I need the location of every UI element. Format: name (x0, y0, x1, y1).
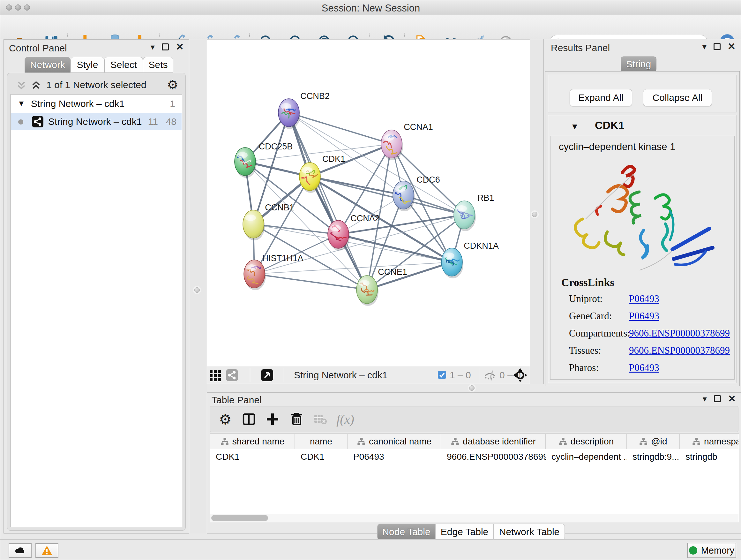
column-header-description[interactable]: description (546, 434, 627, 449)
column-header-database-identifier[interactable]: database identifier (441, 434, 546, 449)
edge-CDK1-RB1[interactable] (310, 177, 464, 215)
node-HIST1H1A[interactable]: HIST1H1A (244, 253, 304, 290)
network-name: String Network – cdk1 (48, 116, 142, 127)
node-RB1[interactable]: RB1 (454, 193, 494, 231)
table-cell[interactable]: 9606.ENSP00000378699 (441, 449, 546, 464)
table-cell[interactable]: P06493 (347, 449, 441, 464)
left-splitter[interactable] (189, 39, 207, 534)
network-view[interactable]: CCNB2CCNA1CDC25BCDK1CDC6RB1CCNB1CCNA2CDK… (207, 39, 530, 384)
crosslinks-title: CrossLinks (561, 276, 614, 289)
crosslink-genecard-link[interactable]: P06493 (629, 310, 659, 322)
crosshair-icon[interactable] (513, 368, 528, 382)
tab-string[interactable]: String (621, 57, 657, 72)
splitter-handle[interactable] (469, 385, 475, 391)
horizontal-scrollbar[interactable] (210, 514, 739, 522)
tab-sets[interactable]: Sets (143, 57, 173, 73)
collapse-all-button[interactable]: Collapse All (643, 89, 712, 106)
table-cell[interactable]: CDK1 (210, 449, 295, 464)
column-header-name[interactable]: name (295, 434, 347, 449)
selected-checkbox-icon[interactable] (437, 370, 447, 379)
crosslink-label: Uniprot: (569, 293, 603, 305)
crosslink-uniprot-link[interactable]: P06493 (629, 293, 659, 305)
node-table: shared namenamecanonical namedatabase id… (210, 434, 739, 522)
table-row[interactable]: CDK1CDK1P064939606.ENSP00000378699cyclin… (210, 449, 739, 464)
column-header-shared-name[interactable]: shared name (210, 434, 295, 449)
expand-all-button[interactable]: Expand All (569, 89, 632, 106)
network-view-icon[interactable] (226, 369, 239, 381)
warnings-button[interactable] (36, 543, 58, 558)
panel-float-icon[interactable] (714, 395, 721, 402)
crosslink-row: Compartments:9606.ENSP00000378699 (550, 327, 734, 344)
crosslink-compartments-link[interactable]: 9606.ENSP00000378699 (629, 327, 730, 339)
hierarchy-icon (451, 437, 460, 446)
node-CCNE1[interactable]: CCNE1 (356, 267, 407, 306)
node-label-CDK1: CDK1 (322, 154, 345, 164)
tab-style[interactable]: Style (71, 57, 105, 73)
column-header--id[interactable]: @id (627, 434, 680, 449)
tab-network-table[interactable]: Network Table (494, 523, 565, 540)
delete-table-icon (312, 411, 329, 428)
crosslink-tissues-link[interactable]: 9606.ENSP00000378699 (629, 345, 730, 356)
splitter-handle[interactable] (194, 287, 200, 293)
tree-expander-icon[interactable]: ▼ (17, 99, 25, 108)
grid-view-icon[interactable] (209, 369, 222, 381)
edge-CCNB2-CCNA1[interactable] (289, 113, 392, 144)
add-column-icon[interactable] (264, 411, 281, 428)
node-count: 11 (148, 116, 158, 127)
right-splitter[interactable] (530, 39, 544, 384)
scrollbar-thumb[interactable] (211, 515, 268, 521)
node-label-CDC25B: CDC25B (259, 142, 293, 151)
tab-node-table[interactable]: Node Table (377, 523, 435, 540)
collection-name: String Network – cdk1 (31, 98, 125, 109)
network-canvas[interactable]: CCNB2CCNA1CDC25BCDK1CDC6RB1CCNB1CCNA2CDK… (207, 40, 530, 366)
hierarchy-icon (558, 437, 567, 446)
birdseye-view-icon[interactable] (261, 369, 273, 381)
column-header-canonical-name[interactable]: canonical name (347, 434, 441, 449)
network-row[interactable]: String Network – cdk1 11 48 (11, 113, 182, 130)
node-CCNA1[interactable]: CCNA1 (381, 122, 433, 160)
panel-close-icon[interactable]: ✕ (176, 43, 184, 51)
hierarchy-icon (220, 437, 229, 446)
section-expander-icon[interactable]: ▼ (570, 122, 579, 132)
column-header-namespace[interactable]: namespace (680, 434, 739, 449)
node-label-CCNA1: CCNA1 (404, 122, 433, 132)
control-panel-title: Control Panel (9, 43, 67, 54)
panel-close-icon[interactable]: ✕ (728, 395, 736, 403)
crosslink-row: Tissues:9606.ENSP00000378699 (550, 345, 734, 361)
panel-float-icon[interactable] (162, 44, 169, 51)
panel-menu-icon[interactable]: ▾ (151, 43, 155, 51)
show-columns-icon[interactable] (241, 411, 257, 428)
hierarchy-icon (639, 437, 648, 446)
panel-float-icon[interactable] (714, 43, 721, 50)
node-label-CCNB2: CCNB2 (300, 91, 330, 101)
node-CDK1[interactable]: CDK1 (299, 154, 345, 193)
control-panel-tabs: NetworkStyleSelectSets (4, 57, 189, 73)
panel-menu-icon[interactable]: ▾ (703, 395, 707, 403)
table-cell[interactable]: stringdb:9... (627, 449, 680, 464)
crosslink-pharos-link[interactable]: P06493 (629, 362, 659, 374)
memory-button[interactable]: Memory (687, 543, 736, 558)
panel-close-icon[interactable]: ✕ (728, 43, 736, 51)
edge-CCNB1-CCNA2[interactable] (253, 224, 338, 234)
table-cell[interactable]: CDK1 (295, 449, 347, 464)
network-collection-row[interactable]: ▼ String Network – cdk1 1 (11, 95, 182, 112)
edge-CCNB2-RB1[interactable] (289, 113, 464, 215)
network-nodes: CCNB2CCNA1CDC25BCDK1CDC6RB1CCNB1CCNA2CDK… (234, 91, 499, 306)
table-cell[interactable]: stringdb (680, 449, 739, 464)
collection-count: 1 (170, 98, 175, 109)
gear-icon[interactable]: ⚙ (167, 78, 179, 91)
node-CDC25B[interactable]: CDC25B (234, 142, 293, 178)
panel-menu-icon[interactable]: ▾ (702, 43, 706, 51)
splitter-handle[interactable] (532, 212, 537, 217)
edge-HIST1H1A-CCNE1[interactable] (254, 274, 367, 290)
tab-edge-table[interactable]: Edge Table (435, 523, 494, 540)
tab-network[interactable]: Network (24, 57, 71, 73)
table-options-gear-icon[interactable]: ⚙ (217, 411, 233, 428)
table-cell[interactable]: cyclin–dependent ... (546, 449, 627, 464)
protein-structure-image (560, 155, 726, 273)
cloud-button[interactable] (9, 543, 31, 558)
node-CDKN1A[interactable]: CDKN1A (441, 241, 499, 278)
delete-column-icon[interactable] (288, 411, 305, 428)
node-label-CDKN1A: CDKN1A (464, 241, 499, 251)
tab-select[interactable]: Select (105, 57, 143, 73)
